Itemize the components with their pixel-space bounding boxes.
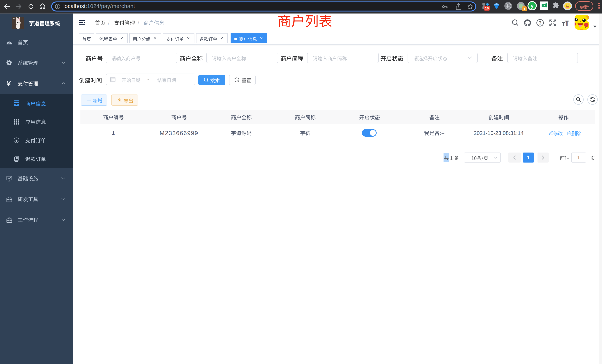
svg-text:T: T xyxy=(565,19,569,27)
svg-text:?: ? xyxy=(538,20,542,26)
svg-text:y: y xyxy=(531,3,534,9)
